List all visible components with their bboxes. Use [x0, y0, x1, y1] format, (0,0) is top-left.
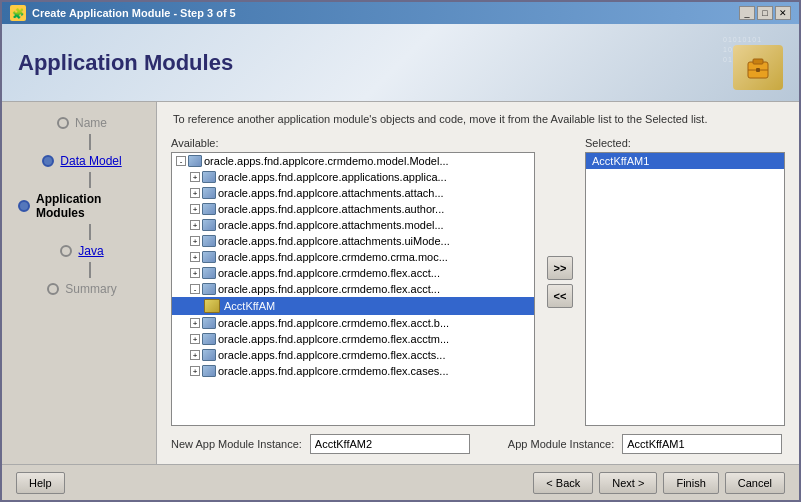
list-item[interactable]: + oracle.apps.fnd.applcore.attachments.a… [172, 201, 534, 217]
main-window: 🧩 Create Application Module - Step 3 of … [0, 0, 801, 502]
new-instance-label: New App Module Instance: [171, 438, 302, 450]
module-icon [202, 267, 216, 279]
sidebar: Name Data Model Application Modules [2, 102, 157, 464]
finish-button[interactable]: Finish [663, 472, 718, 494]
header-title: Application Modules [18, 50, 233, 76]
app-instance-input[interactable] [622, 434, 782, 454]
title-bar: 🧩 Create Application Module - Step 3 of … [2, 2, 799, 24]
sidebar-line-1 [89, 134, 91, 150]
am-module-icon [204, 299, 220, 313]
module-icon [202, 219, 216, 231]
list-item[interactable]: + oracle.apps.fnd.applcore.applications.… [172, 169, 534, 185]
window-title: Create Application Module - Step 3 of 5 [32, 7, 236, 19]
tree-expand-icon[interactable]: + [190, 172, 200, 182]
tree-expand-icon[interactable]: + [190, 318, 200, 328]
content-area: Name Data Model Application Modules [2, 102, 799, 464]
header-icon-area: 010101011010101001010101 [723, 35, 783, 90]
selected-item-acct-kff-am1[interactable]: AcctKffAM1 [586, 153, 784, 169]
arrow-buttons: >> << [543, 137, 577, 426]
header: Application Modules 01010101101010100101… [2, 24, 799, 102]
list-item[interactable]: + oracle.apps.fnd.applcore.crmdemo.flex.… [172, 315, 534, 331]
svg-rect-3 [756, 68, 760, 72]
sidebar-item-java[interactable]: Java [44, 240, 113, 262]
remove-button[interactable]: << [547, 284, 573, 308]
list-item[interactable]: + oracle.apps.fnd.applcore.crmdemo.flex.… [172, 347, 534, 363]
list-item[interactable]: - oracle.apps.fnd.applcore.crmdemo.flex.… [172, 281, 534, 297]
list-item-acct-kff-am[interactable]: AcctKffAM [172, 297, 534, 315]
footer-left: Help [16, 472, 65, 494]
next-button[interactable]: Next > [599, 472, 657, 494]
sidebar-label-java: Java [78, 244, 103, 258]
tree-expand-icon[interactable]: + [190, 204, 200, 214]
sidebar-label-app-modules: Application Modules [36, 192, 146, 220]
maximize-button[interactable]: □ [757, 6, 773, 20]
sidebar-label-data-model: Data Model [60, 154, 121, 168]
module-icon [202, 317, 216, 329]
module-icon [188, 155, 202, 167]
sidebar-line-2 [89, 172, 91, 188]
list-item[interactable]: - oracle.apps.fnd.applcore.crmdemo.model… [172, 153, 534, 169]
main-panel: To reference another application module'… [157, 102, 799, 464]
sidebar-item-name: Name [41, 112, 117, 134]
sidebar-dot-app-modules [18, 200, 30, 212]
list-item[interactable]: + oracle.apps.fnd.applcore.crmdemo.crma.… [172, 249, 534, 265]
tree-expand-icon[interactable]: + [190, 220, 200, 230]
tree-expand-icon[interactable]: + [190, 350, 200, 360]
tree-expand-icon[interactable]: - [190, 284, 200, 294]
footer-right: < Back Next > Finish Cancel [533, 472, 785, 494]
sidebar-line-4 [89, 262, 91, 278]
sidebar-item-data-model[interactable]: Data Model [26, 150, 131, 172]
footer: Help < Back Next > Finish Cancel [2, 464, 799, 500]
list-item[interactable]: + oracle.apps.fnd.applcore.attachments.m… [172, 217, 534, 233]
back-button[interactable]: < Back [533, 472, 593, 494]
tree-expand-icon[interactable]: - [176, 156, 186, 166]
module-icon [202, 333, 216, 345]
selected-list[interactable]: AcctKffAM1 [585, 152, 785, 426]
sidebar-label-summary: Summary [65, 282, 116, 296]
cancel-button[interactable]: Cancel [725, 472, 785, 494]
minimize-button[interactable]: _ [739, 6, 755, 20]
list-item[interactable]: + oracle.apps.fnd.applcore.crmdemo.flex.… [172, 331, 534, 347]
svg-rect-1 [753, 59, 763, 64]
sidebar-line-3 [89, 224, 91, 240]
module-icon [202, 365, 216, 377]
instance-inputs-row: New App Module Instance: App Module Inst… [171, 434, 785, 454]
briefcase-icon [733, 45, 783, 90]
lists-container: Available: - oracle.apps.fnd.applcore.cr… [171, 137, 785, 426]
sidebar-dot-name [57, 117, 69, 129]
tree-expand-icon[interactable]: + [190, 236, 200, 246]
help-button[interactable]: Help [16, 472, 65, 494]
add-button[interactable]: >> [547, 256, 573, 280]
available-section: Available: - oracle.apps.fnd.applcore.cr… [171, 137, 535, 426]
instruction-text: To reference another application module'… [171, 112, 785, 127]
module-icon [202, 283, 216, 295]
module-icon [202, 349, 216, 361]
module-icon [202, 235, 216, 247]
module-icon [202, 171, 216, 183]
window-icon: 🧩 [10, 5, 26, 21]
available-label: Available: [171, 137, 535, 149]
sidebar-dot-summary [47, 283, 59, 295]
module-icon [202, 203, 216, 215]
list-item[interactable]: + oracle.apps.fnd.applcore.attachments.a… [172, 185, 534, 201]
tree-expand-icon[interactable]: + [190, 252, 200, 262]
tree-expand-icon[interactable]: + [190, 188, 200, 198]
tree-expand-icon[interactable]: + [190, 366, 200, 376]
available-list[interactable]: - oracle.apps.fnd.applcore.crmdemo.model… [171, 152, 535, 426]
tree-expand-icon[interactable]: + [190, 334, 200, 344]
sidebar-dot-data-model [42, 155, 54, 167]
title-bar-left: 🧩 Create Application Module - Step 3 of … [10, 5, 236, 21]
sidebar-dot-java [60, 245, 72, 257]
tree-expand-icon[interactable]: + [190, 268, 200, 278]
close-button[interactable]: ✕ [775, 6, 791, 20]
sidebar-label-name: Name [75, 116, 107, 130]
selected-label: Selected: [585, 137, 785, 149]
title-bar-controls[interactable]: _ □ ✕ [739, 6, 791, 20]
list-item[interactable]: + oracle.apps.fnd.applcore.crmdemo.flex.… [172, 363, 534, 379]
app-instance-label: App Module Instance: [508, 438, 614, 450]
selected-section: Selected: AcctKffAM1 [585, 137, 785, 426]
list-item[interactable]: + oracle.apps.fnd.applcore.attachments.u… [172, 233, 534, 249]
module-icon [202, 187, 216, 199]
list-item[interactable]: + oracle.apps.fnd.applcore.crmdemo.flex.… [172, 265, 534, 281]
new-instance-input[interactable] [310, 434, 470, 454]
